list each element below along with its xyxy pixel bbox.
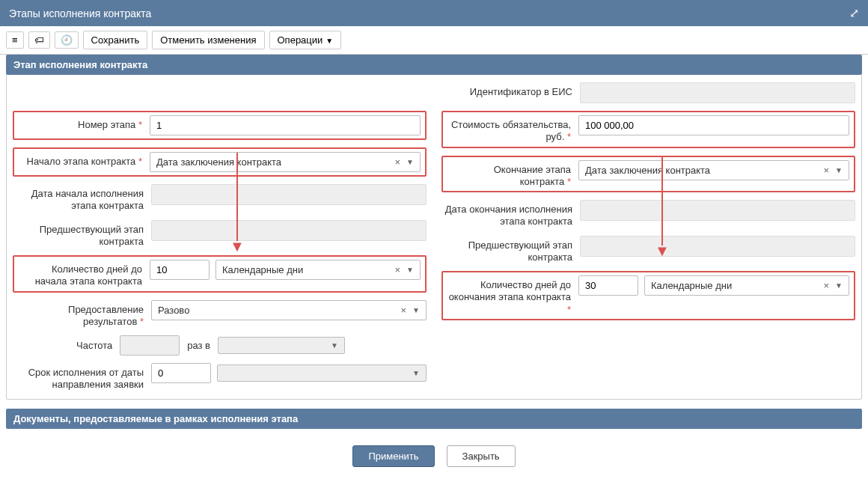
- window-titlebar: Этапы исполнения контракта ⤢: [0, 0, 868, 26]
- days-end-type-value: Календарные дни: [651, 280, 732, 291]
- clock-icon[interactable]: 🕘: [55, 31, 79, 49]
- start-select[interactable]: Дата заключения контракта ×▼: [150, 152, 421, 172]
- right-column: Идентификатор в ЕИС Стоимость обязательс…: [441, 82, 855, 391]
- section-header-stage: Этап исполнения контракта: [6, 55, 862, 75]
- results-label: Предоставление результатов *: [13, 300, 144, 329]
- days-start-type-value: Календарные дни: [222, 264, 303, 275]
- days-start-group: Количество дней до начала этапа контракт…: [13, 255, 427, 293]
- clear-icon[interactable]: ×: [824, 280, 830, 291]
- days-end-input[interactable]: [578, 275, 638, 296]
- start-label: Начало этапа контракта *: [19, 152, 142, 168]
- chevron-down-icon: ▼: [331, 341, 338, 350]
- clear-icon[interactable]: ×: [401, 305, 407, 316]
- operations-dropdown[interactable]: Операции▼: [269, 31, 342, 49]
- left-column: Номер этапа * Начало этапа контракта * Д…: [13, 82, 427, 391]
- chevron-down-icon: ▼: [835, 281, 843, 290]
- exec-end-label: Дата окончания исполнения этапа контракт…: [441, 200, 572, 228]
- exec-start-label: Дата начала исполнения этапа контракта: [13, 184, 144, 213]
- exec-from-req-label: Срок исполнения от даты направления заяв…: [13, 363, 144, 391]
- exec-start-field: [151, 184, 427, 205]
- toolbar: ≡ 🏷 🕘 Сохранить Отменить изменения Опера…: [0, 26, 868, 55]
- chevron-down-icon: ▼: [406, 266, 414, 274]
- footer-buttons: Применить Закрыть: [0, 438, 868, 473]
- cancel-changes-button[interactable]: Отменить изменения: [152, 31, 264, 49]
- stage-no-label: Номер этапа *: [19, 115, 142, 131]
- end-select-value: Дата заключения контракта: [585, 165, 710, 176]
- days-end-group: Количество дней до окончания этапа контр…: [441, 271, 855, 320]
- stage-form: Номер этапа * Начало этапа контракта * Д…: [6, 75, 862, 400]
- stage-no-group: Номер этапа *: [13, 111, 427, 140]
- end-group: Окончание этапа контракта * Дата заключе…: [441, 156, 855, 193]
- window-title: Этапы исполнения контракта: [9, 7, 151, 19]
- stage-no-input[interactable]: [150, 115, 421, 135]
- results-select[interactable]: Разово ×▼: [151, 300, 427, 320]
- apply-button[interactable]: Применить: [352, 445, 434, 467]
- days-start-input[interactable]: [150, 260, 210, 280]
- prev-stage-field-left: [151, 220, 427, 241]
- clear-icon[interactable]: ×: [395, 156, 401, 168]
- chevron-down-icon: ▼: [412, 369, 420, 377]
- start-select-value: Дата заключения контракта: [156, 156, 281, 168]
- prev-stage-label-left: Предшествующий этап контракта: [13, 220, 144, 248]
- start-group: Начало этапа контракта * Дата заключения…: [13, 147, 427, 177]
- eis-id-field: [580, 82, 855, 103]
- exec-from-req-input[interactable]: [151, 363, 211, 383]
- freq-unit-select[interactable]: ▼: [218, 337, 345, 354]
- exec-end-field: [580, 200, 855, 221]
- chevron-down-icon: ▼: [835, 166, 843, 174]
- menu-icon[interactable]: ≡: [6, 31, 24, 49]
- chevron-down-icon: ▼: [326, 37, 333, 45]
- freq-input[interactable]: [120, 335, 180, 356]
- cost-input[interactable]: [578, 115, 849, 135]
- end-select[interactable]: Дата заключения контракта ×▼: [578, 160, 849, 180]
- prev-stage-field-right: [580, 236, 855, 257]
- times-in-label: раз в: [187, 340, 210, 351]
- tag-icon[interactable]: 🏷: [28, 31, 50, 49]
- exec-from-req-unit-select[interactable]: ▼: [217, 364, 427, 382]
- chevron-down-icon: ▼: [412, 306, 420, 314]
- eis-id-label: Идентификатор в ЕИС: [441, 82, 572, 98]
- end-label: Окончание этапа контракта *: [447, 160, 571, 189]
- prev-stage-label-right: Предшествующий этап контракта: [441, 236, 572, 264]
- results-select-value: Разово: [158, 305, 189, 316]
- close-button[interactable]: Закрыть: [447, 445, 516, 467]
- days-start-label: Количество дней до начала этапа контракт…: [19, 260, 142, 288]
- days-start-type-select[interactable]: Календарные дни ×▼: [216, 260, 421, 280]
- days-end-type-select[interactable]: Календарные дни ×▼: [644, 275, 849, 296]
- days-end-label: Количество дней до окончания этапа контр…: [447, 275, 571, 316]
- cost-label: Стоимость обязательства, руб. *: [447, 115, 571, 144]
- chevron-down-icon: ▼: [406, 158, 414, 166]
- clear-icon[interactable]: ×: [824, 165, 830, 176]
- clear-icon[interactable]: ×: [395, 264, 401, 275]
- expand-icon[interactable]: ⤢: [849, 6, 859, 20]
- save-button[interactable]: Сохранить: [83, 31, 148, 49]
- freq-label: Частота: [76, 340, 112, 351]
- cost-group: Стоимость обязательства, руб. *: [441, 111, 855, 148]
- section-header-docs: Документы, предоставляемые в рамках испо…: [6, 409, 862, 429]
